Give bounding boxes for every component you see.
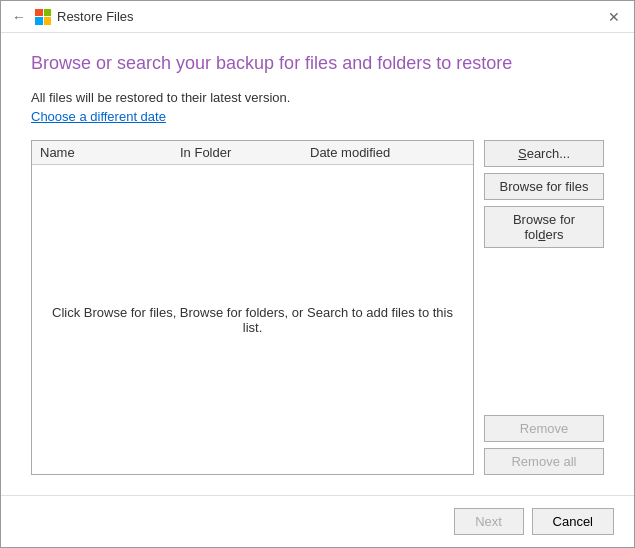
page-heading: Browse or search your backup for files a… [31, 53, 604, 74]
browse-folders-button[interactable]: Browse for folders [484, 206, 604, 248]
title-bar: ← Restore Files ✕ [1, 1, 634, 33]
info-text: All files will be restored to their late… [31, 90, 604, 105]
action-buttons: Search... Browse for files Browse for fo… [484, 140, 604, 475]
remove-all-button[interactable]: Remove all [484, 448, 604, 475]
main-area: Name In Folder Date modified Click Brows… [31, 140, 604, 475]
next-button[interactable]: Next [454, 508, 524, 535]
cancel-button[interactable]: Cancel [532, 508, 614, 535]
choose-date-link[interactable]: Choose a different date [31, 109, 604, 124]
list-body: Click Browse for files, Browse for folde… [32, 165, 473, 474]
restore-files-window: ← Restore Files ✕ Browse or search your … [0, 0, 635, 548]
back-button[interactable]: ← [9, 7, 29, 27]
browse-files-button[interactable]: Browse for files [484, 173, 604, 200]
column-name: Name [40, 145, 180, 160]
close-button[interactable]: ✕ [602, 5, 626, 29]
column-date: Date modified [310, 145, 465, 160]
column-folder: In Folder [180, 145, 310, 160]
main-content: Browse or search your backup for files a… [1, 33, 634, 495]
list-placeholder: Click Browse for files, Browse for folde… [52, 305, 453, 335]
search-button[interactable]: Search... [484, 140, 604, 167]
remove-button[interactable]: Remove [484, 415, 604, 442]
file-list: Name In Folder Date modified Click Brows… [31, 140, 474, 475]
app-icon [35, 9, 51, 25]
list-header: Name In Folder Date modified [32, 141, 473, 165]
bottom-bar: Next Cancel [1, 495, 634, 547]
window-title: Restore Files [57, 9, 134, 24]
